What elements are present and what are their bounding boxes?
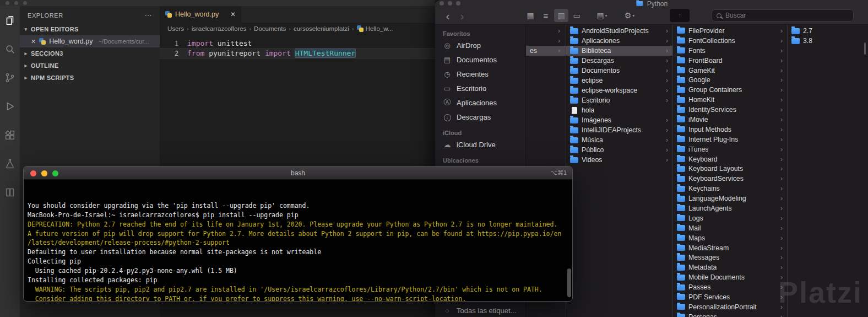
- finder-item-keyboardservices[interactable]: KeyboardServices›: [673, 174, 787, 184]
- breadcrumb-item[interactable]: Users: [167, 25, 184, 32]
- finder-item-fonts[interactable]: Fonts›: [673, 46, 787, 56]
- share-button[interactable]: ↑: [670, 9, 690, 22]
- forward-button[interactable]: ›: [455, 9, 469, 22]
- sidebar-item-descargas[interactable]: ↓Descargas: [435, 110, 525, 124]
- finder-item-mail[interactable]: Mail›: [673, 223, 787, 233]
- finder-item-keyboard-layouts[interactable]: Keyboard Layouts›: [673, 164, 787, 174]
- finder-item-eclipse-workspace[interactable]: eclipse-workspace›: [566, 85, 672, 95]
- finder-item-pdf-services[interactable]: PDF Services›: [673, 292, 787, 302]
- finder-item-metadata[interactable]: Metadata›: [673, 262, 787, 272]
- book-icon[interactable]: [3, 186, 17, 199]
- extensions-icon[interactable]: [3, 128, 17, 142]
- breadcrumb-item[interactable]: Documents: [254, 25, 286, 32]
- finder-item-passes[interactable]: Passes›: [673, 282, 787, 292]
- finder-item-homekit[interactable]: HomeKit›: [673, 95, 787, 105]
- group-view-button[interactable]: ▤▾: [595, 9, 609, 22]
- terminal-body[interactable]: You should consider upgrading via the 'p…: [24, 180, 572, 302]
- beaker-icon[interactable]: [3, 157, 17, 170]
- window-minimize-button[interactable]: [14, 1, 18, 5]
- finder-item-fileprovider[interactable]: FileProvider›: [673, 26, 787, 36]
- more-actions-icon[interactable]: ⋯: [144, 11, 152, 19]
- finder-item-m-sica[interactable]: Música›: [566, 135, 672, 145]
- finder-item-eclipse[interactable]: eclipse›: [566, 76, 672, 85]
- action-menu-button[interactable]: ⚙▾: [622, 9, 637, 22]
- finder-item-item[interactable]: ›: [526, 26, 566, 36]
- search-field[interactable]: [712, 9, 854, 22]
- back-button[interactable]: ‹: [441, 9, 455, 22]
- sidebar-item-escritorio[interactable]: ▭Escritorio: [435, 81, 525, 95]
- finder-item-personalizationportrait[interactable]: PersonalizationPortrait›: [673, 302, 787, 312]
- minimize-button[interactable]: [448, 1, 452, 6]
- icon-view-button[interactable]: ▦: [523, 9, 538, 22]
- finder-item-internet-plug-ins[interactable]: Internet Plug-Ins›: [673, 135, 787, 144]
- finder-item-mediastream[interactable]: MediaStream›: [673, 243, 787, 253]
- finder-item-videos[interactable]: Videos›: [566, 155, 672, 165]
- finder-item-fontcollections[interactable]: FontCollections›: [673, 36, 787, 46]
- column-view-button[interactable]: ▥: [554, 9, 568, 22]
- finder-item-documentos[interactable]: Documentos›: [566, 66, 672, 76]
- finder-item-escritorio[interactable]: Escritorio›: [566, 95, 672, 105]
- search-input[interactable]: [725, 12, 836, 19]
- zoom-button[interactable]: [456, 1, 460, 6]
- scrollbar-thumb[interactable]: [567, 268, 571, 297]
- finder-item-imovie[interactable]: iMovie›: [673, 115, 787, 125]
- sidebar-item-aplicaciones[interactable]: ⒶAplicaciones: [435, 95, 525, 110]
- finder-item-frontboard[interactable]: FrontBoard›: [673, 56, 787, 66]
- source-control-icon[interactable]: [3, 71, 17, 84]
- finder-item-intellijideaprojects[interactable]: IntelliJIDEAProjects›: [566, 125, 672, 135]
- finder-item-languagemodeling[interactable]: LanguageModeling›: [673, 194, 787, 203]
- sidebar-item-all-tags[interactable]: ○ Todas las etiquet...: [435, 303, 525, 317]
- sidebar-item-airdrop[interactable]: ◎AirDrop: [435, 38, 525, 52]
- finder-item-androidstudioprojects[interactable]: AndroidStudioProjects›: [566, 26, 672, 36]
- sidebar-item-recientes[interactable]: ◷Recientes: [435, 67, 525, 81]
- finder-item-es[interactable]: es›: [526, 46, 566, 56]
- finder-item-p-blico[interactable]: Público›: [566, 145, 672, 155]
- finder-item-logs[interactable]: Logs›: [673, 213, 787, 223]
- explorer-section-outline[interactable]: ▸OUTLINE: [20, 60, 160, 72]
- finder-item-keychains[interactable]: Keychains›: [673, 184, 787, 194]
- finder-item-keyboard[interactable]: Keyboard›: [673, 154, 787, 164]
- finder-item-itunes[interactable]: iTunes›: [673, 144, 787, 154]
- finder-item-3-8[interactable]: 3.8: [788, 36, 868, 46]
- finder-item-descargas[interactable]: Descargas›: [566, 56, 672, 66]
- finder-item-input-methods[interactable]: Input Methods›: [673, 125, 787, 135]
- finder-item-im-genes[interactable]: Imágenes›: [566, 115, 672, 125]
- debug-icon[interactable]: [3, 100, 17, 113]
- tab-hello-word-py[interactable]: Hello_word.py ✕: [160, 6, 241, 23]
- finder-item-mobile-documents[interactable]: Mobile Documents›: [673, 272, 787, 282]
- minimize-button[interactable]: [41, 170, 47, 176]
- finder-item-google[interactable]: Google›: [673, 75, 787, 85]
- search-icon[interactable]: [3, 42, 17, 56]
- open-editors-header[interactable]: ▾ OPEN EDITORS: [20, 23, 160, 35]
- finder-item-2-7[interactable]: 2.7: [788, 26, 868, 36]
- close-icon[interactable]: ✕: [230, 10, 236, 18]
- close-icon[interactable]: ✕: [31, 38, 36, 45]
- window-zoom-button[interactable]: [23, 1, 27, 5]
- breadcrumb-file[interactable]: Hello_w...: [366, 25, 393, 32]
- close-button[interactable]: [30, 170, 36, 176]
- terminal-titlebar[interactable]: bash ⌥⌘1: [24, 166, 572, 180]
- finder-item-gamekit[interactable]: GameKit›: [673, 66, 787, 76]
- finder-item-identityservices[interactable]: IdentityServices›: [673, 105, 787, 115]
- breadcrumb-item[interactable]: cursoseleniumplatzi: [294, 25, 349, 32]
- finder-item-group-containers[interactable]: Group Containers›: [673, 85, 787, 95]
- sidebar-item-documentos[interactable]: ▤Documentos: [435, 52, 525, 67]
- finder-item-item[interactable]: ›: [526, 36, 566, 46]
- gallery-view-button[interactable]: ▭: [569, 9, 584, 22]
- explorer-section-npm-scripts[interactable]: ▸NPM SCRIPTS: [20, 72, 160, 84]
- close-button[interactable]: [440, 1, 444, 6]
- window-close-button[interactable]: [6, 1, 9, 5]
- explorer-icon[interactable]: [3, 14, 17, 27]
- zoom-button[interactable]: [52, 170, 58, 176]
- breadcrumb-item[interactable]: israelcarrazcoflores: [192, 25, 247, 32]
- finder-item-aplicaciones[interactable]: Aplicaciones›: [566, 36, 672, 46]
- explorer-section-seccion3[interactable]: ▸SECCION3: [20, 47, 160, 60]
- finder-item-biblioteca[interactable]: Biblioteca›: [566, 46, 672, 56]
- finder-item-messages[interactable]: Messages›: [673, 252, 787, 262]
- finder-item-maps[interactable]: Maps›: [673, 233, 787, 243]
- finder-item-personas[interactable]: Personas›: [673, 312, 787, 317]
- finder-item-launchagents[interactable]: LaunchAgents›: [673, 203, 787, 213]
- open-editor-item[interactable]: ✕ Hello_word.py ~/Documents/cur...: [20, 35, 160, 47]
- sidebar-item-icloud-drive[interactable]: ☁iCloud Drive: [435, 137, 525, 152]
- list-view-button[interactable]: ≡: [539, 9, 553, 22]
